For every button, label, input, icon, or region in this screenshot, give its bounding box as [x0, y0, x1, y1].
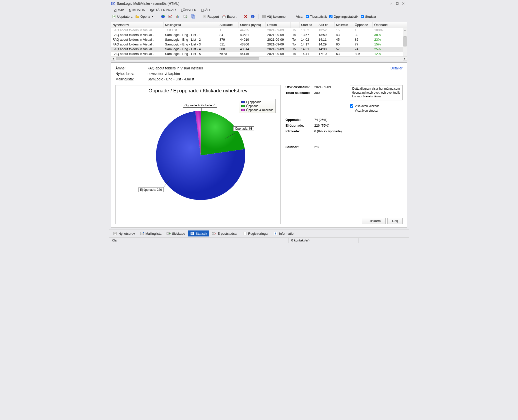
registrations-icon — [243, 231, 247, 235]
menu-installningar[interactable]: INSTÄLLNINGAR — [148, 7, 178, 12]
svg-rect-10 — [203, 15, 206, 18]
tab-epoststudsar[interactable]: E-poststudsar — [210, 230, 240, 236]
menu-fonster[interactable]: FÖNSTER — [178, 7, 199, 12]
col-oppnade[interactable]: Öppnade — [353, 22, 373, 28]
side-stats: Detta diagram visar hur många som öppnat… — [286, 85, 402, 224]
folder-open-icon — [136, 14, 140, 18]
window-title: SamLogic MultiMailer - namnlös (HTML) — [117, 1, 389, 5]
amne-label: Ämne: — [116, 66, 148, 70]
col-oppnade-pct[interactable]: Öppnade — [373, 22, 392, 28]
data-grid: Nyhetsbrev Mailinglista Skickade Storlek… — [111, 22, 407, 61]
hide-button[interactable]: Dölj — [388, 218, 402, 224]
table-row[interactable]: FAQ about folders in Visual ...SamLogic … — [111, 37, 407, 42]
col-sluttid[interactable]: Slut tid — [317, 22, 334, 28]
delete-icon — [244, 14, 248, 18]
vertical-scrollbar[interactable]: ▲ — [403, 28, 407, 56]
tab-skickade[interactable]: Skickade — [164, 230, 188, 236]
svg-rect-8 — [191, 15, 194, 17]
maximize-button[interactable] — [395, 1, 401, 6]
menubar: ARKIV STATISTIK INSTÄLLNINGAR FÖNSTER HJ… — [109, 7, 409, 13]
minimize-button[interactable] — [389, 1, 395, 6]
delete-button[interactable] — [243, 14, 249, 19]
bottom-tabs: Nyhetsbrev Mailinglista Skickade Statist… — [109, 229, 409, 237]
col-mailinglista[interactable]: Mailinglista — [164, 22, 218, 28]
pie-chart-icon — [161, 14, 165, 19]
menu-arkiv[interactable]: ARKIV — [112, 7, 126, 12]
svg-rect-6 — [178, 16, 179, 18]
info-button[interactable]: i — [250, 14, 256, 19]
main-content: Nyhetsbrev Mailinglista Skickade Storlek… — [109, 20, 409, 229]
col-datum[interactable]: Datum — [266, 22, 291, 28]
tab-statistik[interactable]: Statistik — [188, 230, 210, 236]
dropdown-arrow-icon: ▼ — [151, 15, 154, 18]
table-row[interactable]: FAQ about folders in Visual ...SamLogic … — [111, 52, 407, 56]
pie-chart: Öppnade / Ej öppnade / Klickade nyhetsbr… — [116, 85, 280, 224]
overlap-chart-button[interactable] — [190, 14, 196, 19]
columns-button[interactable]: Välj kolumner — [261, 14, 288, 19]
bounce-icon — [212, 231, 216, 235]
callout-ej-oppnade: Ej öppnade: 226 — [138, 188, 164, 192]
table-row[interactable]: FAQ about folders in Visual ...Test List… — [111, 28, 407, 33]
svg-rect-5 — [178, 15, 178, 18]
tidsstatistik-checkbox[interactable]: Tidsstatistik — [306, 15, 327, 18]
toolbar: Uppdatera Öppna ▼ Rapport Export i Välj … — [109, 13, 409, 20]
line-chart-icon — [168, 14, 173, 19]
line-chart-button[interactable] — [167, 14, 174, 19]
details-link[interactable]: Detaljer — [390, 66, 402, 70]
menu-hjalp[interactable]: HJÄLP — [199, 7, 214, 12]
statusbar: Klar 0 kontakt(er) — [109, 237, 409, 243]
col-storlek[interactable]: Storlek (bytes) — [238, 22, 266, 28]
tab-mailinglista[interactable]: Mailinglista — [138, 230, 164, 236]
table-row[interactable]: FAQ about folders in Visual ...SamLogic … — [111, 47, 407, 52]
report-button[interactable]: Rapport — [202, 14, 220, 19]
chart-description: Detta diagram visar hur många som öppnat… — [350, 85, 402, 100]
chart-legend: Ej öppnade Öppnade Öppnade & Klickade — [239, 99, 276, 113]
table-row[interactable]: FAQ about folders in Visual ...SamLogic … — [111, 42, 407, 47]
mail-stats-button[interactable] — [182, 14, 189, 19]
titlebar: SamLogic MultiMailer - namnlös (HTML) — [109, 0, 409, 7]
col-mailmin[interactable]: Mail/min — [334, 22, 353, 28]
menu-statistik[interactable]: STATISTIK — [126, 7, 148, 12]
studsar-checkbox[interactable]: Studsar — [361, 15, 376, 18]
details-panel: Detaljer Ämne:FAQ about folders in Visua… — [111, 62, 407, 228]
bar-chart-icon — [176, 14, 180, 19]
svg-rect-14 — [262, 15, 266, 18]
col-starttid[interactable]: Start tid — [300, 22, 317, 28]
callout-oppnade: Öppnade: 68 — [233, 126, 254, 131]
tab-nyhetsbrev[interactable]: Nyhetsbrev — [111, 230, 137, 236]
refresh-icon — [112, 14, 116, 18]
columns-icon — [262, 14, 266, 18]
oppningsstatistik-checkbox[interactable]: Öppningsstatistik — [329, 15, 358, 18]
bar-chart-button[interactable] — [175, 14, 181, 19]
visa-studsar-checkbox[interactable]: Visa även studsar — [350, 109, 402, 112]
tab-information[interactable]: iInformation — [271, 230, 298, 236]
svg-rect-4 — [176, 16, 177, 18]
pie-chart-button[interactable] — [160, 14, 166, 19]
mailinglist-icon — [140, 231, 144, 235]
table-row[interactable]: FAQ about folders in Visual ...SamLogic … — [111, 33, 407, 37]
chart-title: Öppnade / Ej öppnade / Klickade nyhetsbr… — [116, 85, 280, 95]
report-icon — [202, 14, 206, 18]
status-left: Klar — [109, 238, 289, 243]
grid-header: Nyhetsbrev Mailinglista Skickade Storlek… — [111, 22, 407, 28]
refresh-button[interactable]: Uppdatera — [111, 14, 134, 19]
col-skickade[interactable]: Skickade — [218, 22, 238, 28]
col-nyhetsbrev[interactable]: Nyhetsbrev — [111, 22, 164, 28]
status-contacts: 0 kontakt(er) — [289, 238, 359, 243]
horizontal-scrollbar[interactable]: ◀▶ — [111, 56, 407, 61]
svg-rect-23 — [243, 232, 246, 235]
visa-klickade-checkbox[interactable]: Visa även klickade — [350, 104, 402, 108]
open-button[interactable]: Öppna ▼ — [134, 14, 154, 19]
export-button[interactable]: Export — [221, 14, 238, 19]
info-icon: i — [251, 14, 255, 18]
tab-registreringar[interactable]: Registreringar — [240, 230, 271, 236]
mailinglista-value: SamLogic - Eng - List - 4.mlist — [148, 77, 194, 81]
sent-icon — [166, 231, 170, 235]
svg-rect-19 — [140, 232, 144, 235]
svg-rect-1 — [396, 2, 398, 4]
amne-value: FAQ about folders in Visual Installer — [148, 66, 203, 70]
svg-rect-9 — [192, 16, 195, 18]
col-day[interactable] — [291, 22, 300, 28]
fullscreen-button[interactable]: Fullskärm — [362, 218, 385, 224]
close-button[interactable] — [401, 1, 407, 6]
